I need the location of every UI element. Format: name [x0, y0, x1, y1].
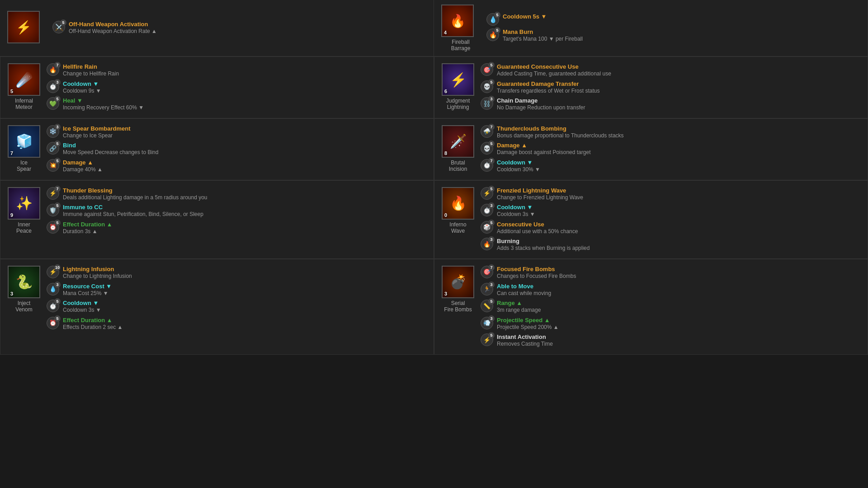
modifier-desc: Move Speed Decrease changes to Bind — [63, 149, 426, 156]
modifier-title: Consecutive Use — [497, 221, 860, 228]
modifier-text: Damage ▲Damage 40% ▲ — [63, 159, 426, 174]
skill-cell: ⚡6JudgmentLightning🎯5Guaranteed Consecut… — [434, 56, 868, 118]
modifiers-list: ⛈️7Thunderclouds BombingBonus damage pro… — [481, 125, 860, 174]
modifier-row: ⏱️5Cooldown ▼Cooldown 3s ▼ — [47, 300, 426, 314]
modifier-level: 5 — [54, 202, 61, 209]
modifier-desc: Change to Frenzied Lightning Wave — [497, 194, 860, 202]
modifier-title: Frenzied Lightning Wave — [497, 187, 860, 194]
skill-icon-wrap: 🧊7IceSpear — [8, 125, 40, 172]
modifier-row: 💚5Heal ▼Incoming Recovery Effect 60% ▼ — [47, 97, 426, 112]
skill-cell: 🗡️8BrutalIncision⛈️7Thunderclouds Bombin… — [434, 118, 868, 180]
modifier-desc: Changes to Focused Fire Bombs — [497, 273, 860, 280]
modifier-desc: Adds 3 stacks when Burning is applied — [497, 245, 860, 252]
icon-level: 6 — [444, 89, 447, 94]
skill-cell: 💣3SerialFire Bombs🎯7Focused Fire BombsCh… — [434, 259, 868, 355]
modifier-title: Resource Cost ▼ — [63, 283, 426, 290]
mod-level: 5 — [494, 12, 500, 18]
modifier-text: Focused Fire BombsChanges to Focused Fir… — [497, 266, 860, 280]
modifier-title: Immune to CC — [63, 204, 426, 211]
modifier-desc: Effects Duration 2 sec ▲ — [63, 324, 426, 331]
modifier-icon: 🛡️5 — [47, 204, 59, 216]
modifier-text: Hellfire RainChange to Hellfire Rain — [63, 63, 426, 78]
modifier-title: Thunderclouds Bombing — [497, 125, 860, 132]
skill-name: JudgmentLightning — [442, 98, 474, 110]
modifier-level: 3 — [54, 79, 61, 85]
modifier-title: Damage ▲ — [497, 142, 860, 149]
modifier-desc: Deals additional Lighting damage in a 5m… — [63, 194, 426, 202]
modifier-title: Projectile Speed ▲ — [497, 317, 860, 324]
modifier-icon: ⏱️3 — [481, 204, 493, 216]
modifier-icon: ⚡5 — [481, 187, 493, 200]
modifier-text: Cooldown ▼Cooldown 9s ▼ — [63, 80, 426, 95]
modifier-desc: No Damage Reduction upon transfer — [497, 104, 860, 112]
modifier-row: ⏱️3Cooldown ▼Cooldown 3s ▼ — [481, 204, 860, 218]
modifier-level: 3 — [54, 282, 61, 288]
modifier-level: 5 — [54, 96, 61, 102]
modifier-row: ⚔️ 5 Off-Hand Weapon Activation Off-Hand… — [52, 21, 426, 35]
skill-icon-wrap: 🔥0InfernoWave — [442, 187, 474, 234]
skill-icon-wrap: 🗡️8BrutalIncision — [442, 125, 474, 172]
modifier-level: 5 — [54, 298, 61, 305]
main-grid: ☄️5InfernalMeteor🔥7Hellfire RainChange t… — [0, 56, 868, 355]
skill-name: IceSpear — [8, 160, 40, 172]
modifier-icon: 📏5 — [481, 300, 493, 312]
modifier-level: 5 — [488, 298, 495, 305]
fireball-label: FireballBarrage — [444, 39, 477, 52]
modifier-title: Able to Move — [497, 283, 860, 290]
modifier-icon: ⏱️5 — [47, 300, 59, 312]
skill-cell: ✨9InnerPeace⚡7Thunder BlessingDeals addi… — [0, 180, 434, 259]
mod-icon: 🔥 5 — [486, 28, 499, 41]
modifier-text: Instant ActivationRemoves Casting Time — [497, 333, 860, 348]
modifier-title: Cooldown ▼ — [63, 80, 426, 87]
modifier-title: Hellfire Rain — [63, 63, 426, 70]
modifier-icon: 💧3 — [47, 283, 59, 296]
modifier-desc: Incoming Recovery Effect 60% ▼ — [63, 104, 426, 112]
mod-title: Off-Hand Weapon Activation — [69, 21, 426, 28]
modifier-level: 7 — [54, 186, 61, 192]
modifier-row: ⚡5Instant ActivationRemoves Casting Time — [481, 333, 860, 348]
main-container: ⚡ ⚔️ 5 Off-Hand Weapon Activation Off-Ha… — [0, 0, 868, 355]
skill-icon: ⚡6 — [442, 63, 474, 96]
modifier-title: Damage ▲ — [63, 159, 426, 166]
modifier-title: Range ▲ — [497, 300, 860, 306]
modifier-level: 10 — [54, 264, 61, 271]
modifier-text: Chain DamageNo Damage Reduction upon tra… — [497, 97, 860, 112]
modifier-desc: Cooldown 30% ▼ — [497, 166, 860, 174]
skill-icon-wrap: ⚡6JudgmentLightning — [442, 63, 474, 110]
skill-icon: 🧊7 — [8, 125, 40, 158]
modifier-level: 5 — [488, 62, 495, 68]
skill-icon: 💣3 — [442, 266, 474, 298]
modifier-icon: ⏰5 — [47, 317, 59, 329]
modifiers-list: ⚡10Lightning InfusionChange to Lightning… — [47, 266, 426, 331]
skill-icon: ☄️5 — [8, 63, 40, 96]
modifier-text: Able to MoveCan cast while moving — [497, 283, 860, 297]
modifier-title: Effect Duration ▲ — [63, 317, 426, 324]
modifier-row: 🔥3BurningAdds 3 stacks when Burning is a… — [481, 238, 860, 252]
skill-name: InfernoWave — [442, 221, 474, 234]
modifier-row: 💀5Damage ▲Damage boost against Poisoned … — [481, 142, 860, 156]
modifier-level: 7 — [488, 158, 495, 164]
modifier-level: 5 — [54, 158, 61, 164]
modifier-text: Resource Cost ▼Mana Cost 25% ▼ — [63, 283, 426, 297]
modifier-icon: ⏱️3 — [47, 80, 59, 93]
modifier-desc: Immune against Stun, Petrification, Bind… — [63, 211, 426, 218]
modifier-row: 🔥 5 Mana Burn Target's Mana 100 ▼ per Fi… — [486, 28, 860, 43]
modifier-level: 5 — [488, 186, 495, 192]
modifier-desc: Damage 40% ▲ — [63, 166, 426, 174]
modifier-text: Effect Duration ▲Duration 3s ▲ — [63, 221, 426, 235]
modifier-row: 📏5Range ▲3m range damage — [481, 300, 860, 314]
modifier-row: ⏱️7Cooldown ▼Cooldown 30% ▼ — [481, 159, 860, 174]
modifier-icon: 🎯5 — [481, 63, 493, 76]
modifier-row: 🔗5BindMove Speed Decrease changes to Bin… — [47, 142, 426, 156]
skill-icon: 🗡️8 — [442, 125, 474, 158]
mod-text: Off-Hand Weapon Activation Off-Hand Weap… — [69, 21, 426, 35]
modifiers-list: ⚡7Thunder BlessingDeals additional Light… — [47, 187, 426, 235]
modifiers-list: 🎯5Guaranteed Consecutive UseAdded Castin… — [481, 63, 860, 112]
skill-name: InjectVenom — [8, 300, 40, 313]
modifier-desc: Can cast while moving — [497, 290, 860, 297]
modifier-level: 5 — [54, 315, 61, 322]
modifier-title: Guaranteed Damage Transfer — [497, 80, 860, 87]
modifier-icon: 🔥3 — [481, 238, 493, 250]
modifier-text: Cooldown ▼Cooldown 3s ▼ — [63, 300, 426, 314]
modifier-row: 🛡️5Immune to CCImmune against Stun, Petr… — [47, 204, 426, 218]
